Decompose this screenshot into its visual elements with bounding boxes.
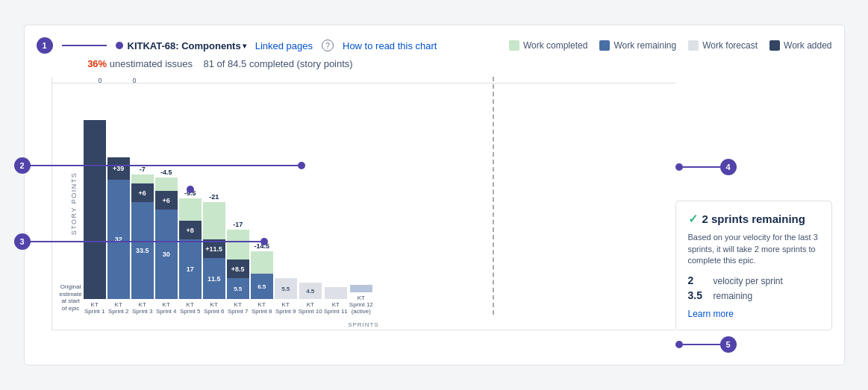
bar-s1-seg — [84, 120, 106, 299]
anno-line-1 — [62, 45, 107, 46]
legend-completed-label: Work completed — [523, 40, 587, 51]
anno-dot-5 — [675, 341, 683, 348]
callout-box: ✓ 2 sprints remaining Based on your velo… — [675, 201, 832, 330]
bar-s6-val: 11.5 — [207, 275, 221, 283]
anno-line-5 — [683, 344, 720, 345]
bars-container: Originalestimateat startof epic KTSprint… — [52, 77, 675, 330]
anno-dot-4 — [675, 163, 683, 171]
bar-s2-label: KTSprint 2 — [108, 301, 129, 315]
check-icon: ✓ — [688, 212, 698, 226]
bar-s4-remaining: 30 — [155, 210, 178, 299]
annotation-5: 5 — [720, 336, 737, 353]
anno-line-2 — [31, 165, 298, 166]
x-axis-label: SPRINTS — [348, 321, 379, 328]
legend-remaining-label: Work remaining — [613, 40, 676, 51]
legend-forecast: Work forecast — [688, 40, 758, 51]
bar-orig-label: Originalestimateat startof epic — [60, 283, 82, 312]
project-dot — [116, 42, 123, 49]
anno-line-4 — [683, 166, 720, 168]
bar-s3-added: +6 — [131, 183, 154, 202]
bar-s1-label: KTSprint 1 — [84, 301, 105, 315]
annotation-1: 1 — [37, 37, 53, 54]
project-dropdown[interactable]: KITKAT-68: Components ▾ — [128, 40, 246, 51]
legend-completed-box — [509, 40, 519, 51]
forecast-boundary — [493, 77, 494, 315]
header-row: 1 KITKAT-68: Components ▾ Linked pages ?… — [37, 37, 832, 54]
bar-s9-label: KTSprint 9 — [275, 301, 296, 315]
annotation-3: 3 — [14, 233, 31, 250]
bar-sprint12: KTSprint 12(active) — [349, 285, 373, 315]
stat-num-1: 3.5 — [688, 289, 709, 301]
bar-s4-added: +6 — [155, 191, 178, 210]
bar-sprint1: KTSprint 1 — [84, 120, 106, 315]
bar-s8-comp — [251, 251, 273, 274]
bar-s10-val: 4.5 — [306, 288, 314, 295]
bar-s7-label: KTSprint 7 — [228, 301, 249, 315]
bar-s4-val: 30 — [163, 251, 170, 258]
project-selector: KITKAT-68: Components ▾ — [116, 40, 246, 51]
linked-pages-link[interactable]: Linked pages — [255, 40, 313, 51]
bar-s7-added: +8.5 — [227, 260, 249, 278]
bar-s3-label: KTSprint 3 — [132, 301, 153, 315]
right-panel: 4 ✓ 2 sprints remaining Based on your ve… — [675, 77, 832, 352]
bar-s8-val: 6.5 — [257, 283, 266, 290]
bar-s3-remaining: 33.5 — [131, 202, 154, 299]
bar-s8-label: KTSprint 8 — [252, 301, 272, 315]
legend-forecast-label: Work forecast — [702, 40, 758, 51]
bar-s8-remaining: 6.5 — [251, 274, 273, 299]
help-icon[interactable]: ? — [322, 40, 334, 51]
bar-s5-val: 17 — [187, 265, 194, 273]
bar-s6-remaining: 11.5 — [203, 258, 225, 299]
bar-s10-forecast: 4.5 — [299, 283, 322, 299]
bar-s4-label: KTSprint 4 — [156, 301, 177, 315]
bar-sprint5: -9.5 +8 17 KTSprint 5 — [179, 189, 202, 315]
anno-dot-3 — [260, 238, 268, 245]
callout-stats: 2 velocity per sprint 3.5 remaining — [688, 274, 819, 301]
bar-s7-remaining: 5.5 — [227, 278, 249, 299]
legend-added-label: Work added — [784, 40, 831, 51]
dropdown-arrow-icon: ▾ — [243, 42, 246, 50]
stat-row-1: 3.5 remaining — [688, 289, 819, 301]
bar-s7-val: 5.5 — [234, 286, 242, 292]
bar-s5-label: KTSprint 5 — [180, 301, 201, 315]
bar-s3-completed — [131, 174, 154, 183]
anno-5-row: 5 — [675, 336, 832, 353]
bar-s9-forecast: 5.5 — [275, 278, 297, 299]
bar-s7-top: -17 — [227, 221, 249, 228]
bar-s4-comp — [155, 177, 178, 191]
bar-sprint8: -14.5 6.5 KTSprint 8 — [251, 242, 273, 315]
annotation-4: 4 — [720, 159, 737, 175]
callout-desc: Based on your velocity for the last 3 sp… — [688, 232, 819, 266]
zero-label-orig: 0 — [99, 77, 102, 84]
legend-remaining: Work remaining — [599, 40, 676, 51]
unestimated-pct: 36% — [87, 58, 107, 69]
legend-remaining-box — [599, 40, 610, 51]
stat-row-0: 2 velocity per sprint — [688, 274, 819, 286]
chart-area: 2 3 STORY POINTS — [37, 77, 832, 352]
bar-s6-label: KTSprint 6 — [204, 301, 225, 315]
bar-s12-forecast — [350, 285, 372, 292]
bar-s11-label: KTSprint 11 — [324, 301, 348, 315]
bar-s6-top: -21 — [203, 193, 225, 201]
callout-title: ✓ 2 sprints remaining — [688, 212, 819, 226]
how-to-link[interactable]: How to read this chart — [343, 40, 437, 51]
legend-completed: Work completed — [509, 40, 587, 51]
bar-s11-forecast — [325, 287, 347, 299]
stat-num-0: 2 — [688, 274, 709, 286]
annotation-2: 2 — [14, 157, 31, 174]
unestimated-label: unestimated issues — [110, 58, 193, 69]
anno-line-3 — [31, 241, 260, 242]
legend-added: Work added — [769, 40, 831, 51]
bar-original: Originalestimateat startof epic — [60, 283, 82, 315]
bar-sprint6: -21 +11.5 11.5 KTSprint 6 — [203, 193, 225, 315]
bar-s10-label: KTSprint 10 — [299, 301, 322, 315]
learn-more-link[interactable]: Learn more — [688, 309, 819, 319]
project-label: KITKAT-68: Components — [128, 40, 241, 51]
bar-sprint11: KTSprint 11 — [324, 287, 348, 315]
stat-desc-0: velocity per sprint — [714, 276, 783, 286]
bar-sprint9: 5.5 KTSprint 9 — [275, 278, 297, 315]
bar-sprint10: 4.5 KTSprint 10 — [299, 283, 322, 315]
completed-stats: 81 of 84.5 completed (story points) — [204, 58, 353, 69]
legend-added-box — [769, 40, 780, 51]
zero-gridline — [52, 83, 675, 84]
